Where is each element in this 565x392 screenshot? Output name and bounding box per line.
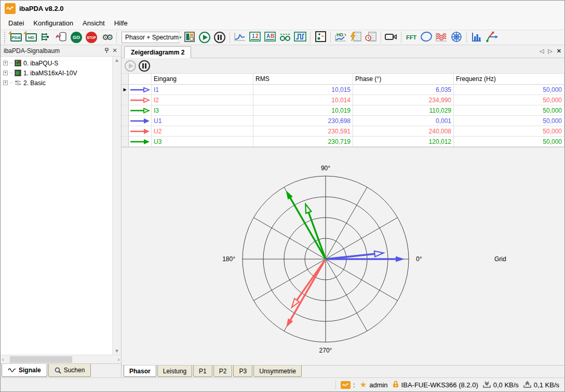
tab-close-icon[interactable]: ✕ [557,48,561,55]
tree-item-1-ibams16xai-10v[interactable]: +1. ibaMS16xAI-10V [2,68,121,78]
status-logo-suffix: : [353,381,355,389]
signal-tree-icon [41,32,51,43]
signal-tree: +0. ibaPQU-S+1. ibaMS16xAI-10V+2. Basic [1,57,121,88]
histogram-view-button[interactable] [470,31,483,44]
hd-manager-button[interactable]: HD [24,31,38,44]
table-row-i2[interactable]: I210,014234,99050,000 [122,95,564,105]
bottom-tab-leistung[interactable]: Leistung [157,366,192,377]
clock-list-icon [365,32,376,43]
bottom-tab-p1[interactable]: P1 [193,366,212,377]
toolbar-separator [381,32,381,43]
expand-plus-icon[interactable]: + [3,71,8,75]
table-row-i1[interactable]: ▶I110,0156,03550,000 [122,85,564,95]
table-row-i3[interactable]: I310,019110,02950,000 [122,105,564,116]
scrollbar-thumb[interactable] [10,356,72,363]
stop-button[interactable]: STOP [85,31,98,44]
scroll-up-icon[interactable]: ▲ [115,58,119,63]
signal-tree-button[interactable] [39,31,53,44]
numeric-view-button[interactable]: 12 [248,31,262,44]
text-view-button[interactable]: AB [263,31,277,44]
phasor-pause-button[interactable] [139,60,150,72]
table-row-u3[interactable]: U3230,719120,01250,000 [122,137,564,147]
chevron-down-icon[interactable]: ▾ [179,32,182,43]
column-header-1[interactable]: RMS [253,74,353,85]
sidebar-tab-suchen[interactable]: Suchen [48,364,91,377]
row-indicator [122,105,129,116]
layout-manager-button[interactable] [183,31,196,44]
cell-rms: 230,719 [253,137,353,147]
signal-arrow-icon [129,137,152,147]
bottom-tab-unsymmetrie[interactable]: Unsymmetrie [253,366,302,377]
settings-button[interactable]: ⚙⚙ [100,31,113,44]
tabstrip-controls: ◁ ▷ ✕ [540,48,561,55]
view-selector-combobox[interactable]: Phasor + Spectrum ▾ [122,32,180,43]
menu-ansicht[interactable]: Ansicht [78,17,110,29]
table-row-u1[interactable]: U1230,6980,00150,000 [122,116,564,126]
tab-scroll-right-icon[interactable]: ▷ [548,48,552,55]
sidebar-tab-signale[interactable]: Signale [2,364,47,377]
layout-manager-icon [184,32,195,44]
column-header-2[interactable]: Phase (°) [353,74,454,85]
histogram-icon [472,32,482,44]
expand-plus-icon[interactable]: + [3,61,8,65]
cell-phase: 6,035 [353,85,454,95]
virtual-signal-button[interactable] [278,31,292,44]
search-icon [55,367,61,374]
tab-scroll-left-icon[interactable]: ◁ [540,48,544,55]
fft-view-button[interactable]: FFT [405,31,418,44]
menu-konfiguration[interactable]: Konfiguration [29,17,78,29]
toolbar-pause-button[interactable] [213,31,226,44]
cell-phase: 234,990 [353,95,454,105]
sidebar-tab-label: Suchen [64,367,85,374]
expand-plus-icon[interactable]: + [3,80,8,85]
bottom-tab-p2[interactable]: P2 [213,366,233,377]
phasor-view-button[interactable] [485,31,499,44]
hd-trend-button[interactable]: HD [334,31,347,44]
go-button[interactable]: GO [70,31,83,44]
column-header-3[interactable]: Frequenz (Hz) [454,74,564,85]
iba-app-icon [5,3,16,14]
pin-icon[interactable] [102,47,111,55]
column-header-0[interactable]: Eingang [152,74,253,85]
scroll-right-icon[interactable]: › [118,357,119,362]
tree-connector [10,73,12,73]
toolbar-play-button[interactable] [198,31,211,44]
menu-hilfe[interactable]: Hilfe [110,17,132,29]
tab-zeigerdiagramm[interactable]: Zeigerdiagramm 2 [124,46,191,58]
cell-eingang: U1 [152,116,253,126]
orbit-view-button[interactable] [420,31,433,44]
toolbar-separator [116,32,117,43]
scroll-down-icon[interactable]: ▼ [115,348,119,354]
trend-view-button[interactable] [233,31,247,44]
table-row-u2[interactable]: U2230,591240,00850,000 [122,126,564,137]
scroll-left-icon[interactable]: ‹ [2,357,4,362]
event-list-button[interactable] [349,31,362,44]
sidebar-tabs: SignaleSuchen [1,363,121,377]
signal-arrow-icon [129,126,152,137]
tree-item-0-ibapqu-s[interactable]: +0. ibaPQU-S [2,58,121,68]
close-icon[interactable]: ✕ [111,47,119,55]
tree-horizontal-scrollbar[interactable]: ‹ › [1,355,121,363]
bottom-tab-p3[interactable]: P3 [233,366,252,377]
cell-frequenz: 50,000 [454,85,564,95]
polar-view-button[interactable] [450,31,463,44]
tree-item-2-basic[interactable]: +2. Basic [2,78,121,88]
time-period-button[interactable] [364,31,378,44]
pane-tabstrip: Zeigerdiagramm 2 ◁ ▷ ✕ [122,45,564,58]
camera-button[interactable] [384,31,398,44]
content-area: ibaPDA-Signalbaum ✕ +0. ibaPQU-S+1. ibaM… [1,45,564,377]
tree-vertical-scrollbar[interactable]: ▲ ▼ [112,57,121,355]
phasor-play-button[interactable] [125,60,136,72]
digital-view-button[interactable] [293,31,307,44]
dataset-button[interactable] [55,31,68,44]
cell-rms: 10,015 [253,85,353,95]
stop-icon: STOP [86,32,97,43]
bottom-tab-phasor[interactable]: Phasor [124,366,156,377]
scope-view-button[interactable] [314,31,327,44]
toolbar-separator [230,32,230,43]
menu-datei[interactable]: Datei [4,17,29,29]
row-indicator [122,95,129,105]
io-manager-button[interactable]: PDA [9,31,23,44]
status-user-name: admin [369,381,387,389]
waterfall-view-button[interactable] [435,31,448,44]
